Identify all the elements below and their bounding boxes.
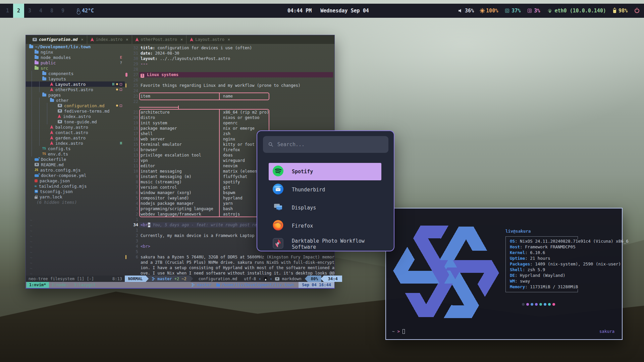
tree-item-pages[interactable]: pages [26,92,125,98]
close-icon[interactable]: × [180,37,183,42]
line-number: 25 [125,83,138,88]
tree-item-index.astro[interactable]: index.astro [26,114,125,119]
indent-guide [47,119,52,124]
tmux-path: /home/liv/Development/liv.town [216,283,294,287]
power-icon[interactable] [635,8,639,13]
launcher-item-Thunderbird[interactable]: Thunderbird [269,181,381,198]
tmux-window-1:nvim*[interactable]: 1:nvim* [26,282,49,288]
tree-item-tsconfig.json[interactable]: TStsconfig.json [26,189,125,194]
tree-item-badges [116,103,122,108]
tree-item-tailwind.config.mjs[interactable]: ≈tailwind.config.mjs [26,183,125,189]
line-number: 24 [125,88,138,94]
tree-item-astro.config.mjs[interactable]: JSastro.config.mjs [26,167,125,173]
workspace-button-3[interactable]: 3 [24,4,35,18]
indent-guide [32,76,37,81]
tab-Layout.astro[interactable]: Layout.astro× [186,35,233,44]
indent-guide [32,114,37,119]
tree-item-src[interactable]: src [26,65,125,71]
line-number: 28 [125,67,138,72]
tree-item-other[interactable]: other [26,98,125,103]
tree-item-label: layouts [48,76,66,81]
battery-icon [613,8,616,13]
tree-item-public[interactable]: public? [26,60,125,65]
tree-item-config.ts[interactable]: TSconfig.ts [26,146,125,151]
tree-item--6-hidden-items-[interactable]: (6 hidden items) [26,199,125,205]
git-status-H: H [112,82,114,86]
tree-item-nginx[interactable]: nginx [26,49,125,55]
tree-item-package.json[interactable]: package.json [26,178,125,183]
diagnostic-square-icon [120,88,122,91]
git-segment: master +2 ~2 [146,276,193,282]
launcher-items: SpotifyThunderbirdDisplaysFirefoxDarktab… [263,158,388,251]
tab-otherPost.astro[interactable]: otherPost.astro× [132,35,186,44]
line-number: 2 [125,212,138,217]
tab-index.astro[interactable]: index.astro× [87,35,132,44]
search-input[interactable] [277,141,383,147]
tree-item-Dockerfile[interactable]: Dockerfile [26,157,125,162]
tree-item-Layout.astro[interactable]: Layout.astroH [26,81,125,87]
line-text: layout: ../../layouts/otherPost.astro [141,56,333,61]
launcher-item-Darktable-Photo-Workflow-Software[interactable]: Darktable Photo Workflow Software [269,235,381,251]
chevron-left-icon: ‹ [259,277,261,281]
line-number: 32 [125,45,138,51]
indent-guide [32,81,37,87]
network-value: eth0 (10.0.0.140) [554,8,606,14]
line-number: 3 [125,238,138,244]
close-icon[interactable]: × [126,37,128,42]
fetch-field: Host: Framework FRANMDCP05 [510,244,578,250]
clock: 04:44 PM Wednesday Sep 04 [287,4,369,18]
tree-item-fediverse-terms.md[interactable]: Mfediverse-terms.md [26,108,125,114]
tree-item-README.md[interactable]: MREADME.md [26,162,125,167]
tree-item-env.d.ts[interactable]: TSenv.d.ts [26,151,125,157]
tree-item-contact.astro[interactable]: contact.astro [26,130,125,135]
buffer-line: 23itemname [125,94,334,99]
line-text: 1Linux systems [141,72,333,78]
tree-item-otherPost.astro[interactable]: otherPost.astro [26,87,125,92]
indent-guide [39,114,45,119]
tree-item-yarn.lock[interactable]: yarn.lock [26,194,125,199]
launcher-item-Firefox[interactable]: Firefox [269,217,381,235]
tree-item-configuration.md[interactable]: Mconfiguration.md [26,103,125,108]
astro-icon [50,136,53,140]
workspace-button-9[interactable]: 9 [57,4,68,18]
tree-item-tone-guide.md[interactable]: Mtone-guide.md [26,119,125,124]
tree-item-garden.astro[interactable]: garden.astro [26,135,125,140]
shell-prompt[interactable]: ~ > [392,329,405,334]
tab-label: otherPost.astro [141,37,177,42]
line-number: 9 [125,174,138,179]
workspace-button-2[interactable]: 2 [13,4,24,18]
tmux-window-2:node-[interactable]: 2:node- [49,282,71,288]
astro-icon [190,38,193,42]
table-cell-name: astrojs [223,212,240,217]
statusline-filename: configuration.md [193,276,241,282]
file-tree[interactable]: ~/Development/liv.townnginxnode_modulesE… [26,44,125,276]
line-text: and a 2TB (Crucial P5 Plus) NVMe drive. … [141,260,333,265]
tmux-window-3:lazygit[interactable]: 3:lazygit [71,282,98,288]
workspace-button-4[interactable]: 4 [35,4,46,18]
tree-item-label: node_modules [41,55,71,60]
indent-guide [39,108,45,114]
launcher-item-Spotify[interactable]: Spotify [269,163,381,180]
tree-item---Development-liv.town[interactable]: ~/Development/liv.town [26,44,125,49]
tree-item-layouts[interactable]: layouts [26,76,125,81]
close-icon[interactable]: × [81,37,84,42]
workspace-button-1[interactable]: 1 [2,4,13,18]
launcher-item-Displays[interactable]: Displays [269,199,381,217]
table-cell-name: firefox [223,147,240,153]
line-number: 34 [125,222,138,228]
launcher-search[interactable] [263,136,388,153]
mode-indicator: NORMAL [125,276,149,282]
tab-configuration.md[interactable]: Mconfiguration.md× [29,35,87,44]
table-cell-item: privilege escalation tool [141,153,201,158]
tree-item-components[interactable]: components [26,71,125,76]
tree-item-balcony.astro[interactable]: balcony.astro [26,124,125,130]
fetch-terminal-window[interactable]: liv@sakura OS: NixOS 24.11.20240828.71e9… [385,208,623,340]
workspace-button-8[interactable]: 8 [46,4,57,18]
close-icon[interactable]: × [228,37,230,42]
tree-item-index.astro[interactable]: index.astroH [26,140,125,146]
tree-item-node-modules[interactable]: node_modulesE [26,55,125,60]
statusline-info: utf-8 ‹ ‹ M markdown [240,276,305,282]
tailwind-icon: ≈ [35,184,37,188]
tree-item-docker-compose.yml[interactable]: docker-compose.yml [26,173,125,178]
buffer-line: ove. I use Nix when I need software with… [125,270,334,276]
